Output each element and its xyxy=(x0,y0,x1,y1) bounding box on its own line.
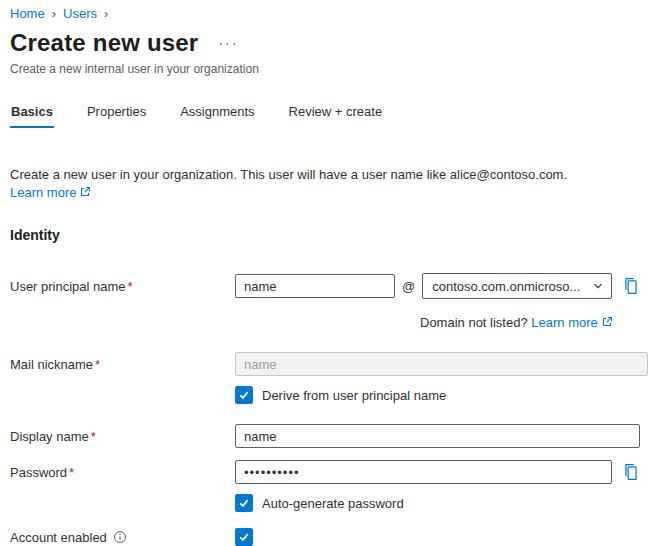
header: Create new user ··· xyxy=(10,29,641,57)
info-icon[interactable] xyxy=(113,530,127,544)
account-enabled-checkbox[interactable] xyxy=(235,528,253,546)
intro-learn-more-link[interactable]: Learn more xyxy=(10,185,91,200)
required-asterisk: * xyxy=(95,357,100,372)
breadcrumb: Home › Users › xyxy=(10,6,641,21)
copy-icon[interactable] xyxy=(622,277,640,295)
display-name-row: Display name* xyxy=(10,424,641,448)
checkmark-icon xyxy=(238,531,250,543)
mail-nickname-row: Mail nickname* xyxy=(10,352,641,376)
derive-checkbox-row: Derive from user principal name xyxy=(10,386,641,404)
domain-dropdown[interactable]: contoso.com.onmicroso... xyxy=(422,273,612,299)
upn-input[interactable] xyxy=(235,274,395,298)
at-symbol: @ xyxy=(402,279,415,294)
derive-checkbox-label: Derive from user principal name xyxy=(262,388,446,403)
breadcrumb-home[interactable]: Home xyxy=(10,6,45,21)
intro-text: Create a new user in your organization. … xyxy=(10,167,567,182)
tab-review-create[interactable]: Review + create xyxy=(288,100,384,128)
domain-note-text: Domain not listed? xyxy=(420,315,528,330)
tab-properties[interactable]: Properties xyxy=(86,100,147,128)
required-asterisk: * xyxy=(91,429,96,444)
checkmark-icon xyxy=(238,497,250,509)
account-enabled-row: Account enabled xyxy=(10,528,641,546)
chevron-right-icon: › xyxy=(104,6,108,21)
autogen-password-label: Auto-generate password xyxy=(262,496,404,511)
context-menu-button[interactable]: ··· xyxy=(218,36,238,50)
page-title: Create new user xyxy=(10,29,198,57)
required-asterisk: * xyxy=(69,465,74,480)
domain-learn-more-link[interactable]: Learn more xyxy=(531,315,612,330)
create-user-page: Home › Users › Create new user ··· Creat… xyxy=(0,0,651,546)
external-link-icon xyxy=(601,316,613,328)
domain-note: Domain not listed? Learn more xyxy=(420,315,641,330)
upn-row: User principal name* @ contoso.com.onmic… xyxy=(10,273,641,299)
intro-paragraph: Create a new user in your organization. … xyxy=(10,166,641,201)
chevron-right-icon: › xyxy=(52,6,56,21)
mail-nickname-input xyxy=(235,352,648,376)
display-name-input[interactable] xyxy=(235,424,640,448)
tab-assignments[interactable]: Assignments xyxy=(179,100,255,128)
copy-icon[interactable] xyxy=(622,463,640,481)
tab-basics[interactable]: Basics xyxy=(10,100,54,128)
derive-checkbox[interactable] xyxy=(235,386,253,404)
breadcrumb-users[interactable]: Users xyxy=(63,6,97,21)
domain-dropdown-value: contoso.com.onmicroso... xyxy=(432,279,580,294)
page-subtitle: Create a new internal user in your organ… xyxy=(10,62,641,76)
chevron-down-icon xyxy=(592,280,604,292)
tab-bar: Basics Properties Assignments Review + c… xyxy=(10,100,641,128)
upn-label: User principal name* xyxy=(10,279,235,294)
account-enabled-label: Account enabled xyxy=(10,530,235,545)
display-name-label: Display name* xyxy=(10,429,235,444)
password-input[interactable] xyxy=(235,460,612,484)
autogen-checkbox-row: Auto-generate password xyxy=(10,494,641,512)
section-identity-heading: Identity xyxy=(10,227,641,243)
autogen-password-checkbox[interactable] xyxy=(235,494,253,512)
password-label: Password* xyxy=(10,465,235,480)
external-link-icon xyxy=(79,186,91,198)
password-row: Password* xyxy=(10,460,641,484)
checkmark-icon xyxy=(238,389,250,401)
required-asterisk: * xyxy=(128,279,133,294)
mail-nickname-label: Mail nickname* xyxy=(10,357,235,372)
